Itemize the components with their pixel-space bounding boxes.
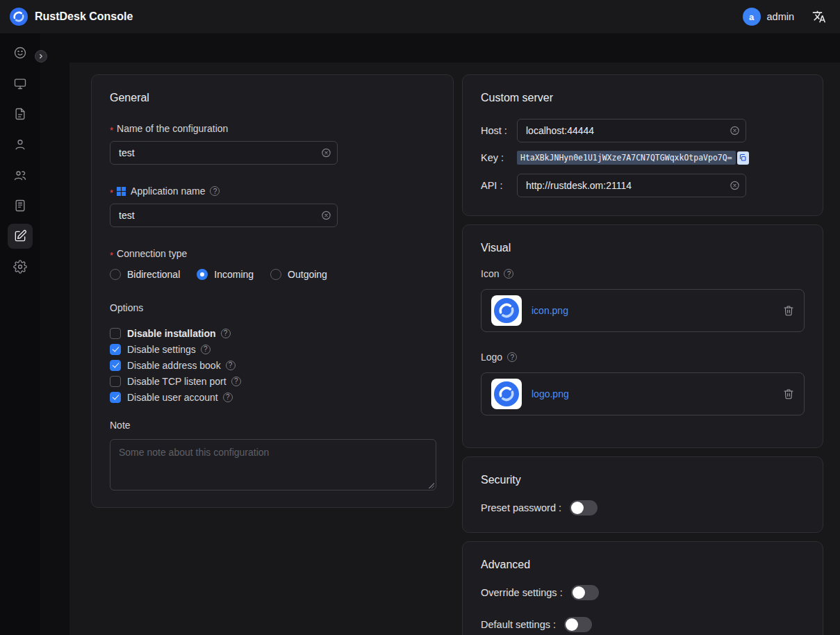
checkbox-disable-tcp-listen-port[interactable]: Disable TCP listen port	[110, 375, 435, 387]
sidebar-item-overview[interactable]	[8, 40, 33, 65]
visual-title: Visual	[481, 242, 805, 254]
help-icon[interactable]	[507, 352, 517, 362]
override-settings-label: Override settings :	[481, 587, 563, 598]
sidebar-item-settings[interactable]	[8, 254, 33, 279]
connection-label-text: Connection type	[117, 248, 187, 259]
sidebar-item-groups[interactable]	[8, 163, 33, 188]
app-title: RustDesk Console	[35, 10, 133, 23]
logo-thumbnail	[491, 379, 522, 409]
host-label: Host :	[481, 125, 517, 136]
help-icon[interactable]	[231, 377, 241, 386]
checkbox-disable-installation[interactable]: Disable installation	[110, 327, 435, 339]
sidebar-item-devices[interactable]	[8, 71, 33, 96]
host-row: Host :	[481, 119, 805, 142]
checkbox-label: Disable address book	[127, 360, 221, 371]
preset-password-label: Preset password :	[481, 502, 561, 513]
note-wrap	[110, 439, 436, 490]
logo-file-box: logo.png	[481, 372, 805, 415]
icon-label-text: Icon	[481, 268, 499, 279]
delete-icon-button[interactable]	[783, 305, 794, 316]
general-card: General Name of the configuration Applic…	[91, 74, 454, 508]
radio-label: Incoming	[214, 269, 254, 280]
checkbox-box	[110, 392, 121, 403]
right-column: Custom server Host : Key : HtaXBkJNHyn0e…	[462, 74, 823, 635]
key-row: Key : HtaXBkJNHyn0e1U1jWXze7A7CN7QTGWqxk…	[481, 151, 805, 165]
sidebar-item-sessions[interactable]	[8, 101, 33, 126]
radio-label: Bidirectional	[127, 269, 180, 280]
chevron-right-icon	[38, 53, 44, 60]
advanced-title: Advanced	[481, 559, 805, 571]
main-content: General Name of the configuration Applic…	[69, 63, 840, 635]
checkbox-label: Disable installation	[127, 328, 216, 339]
radio-outgoing[interactable]: Outgoing	[270, 269, 327, 280]
help-icon[interactable]	[504, 269, 513, 279]
checkbox-disable-address-book[interactable]: Disable address book	[110, 359, 435, 371]
monitor-icon	[13, 76, 27, 90]
logo-file-link[interactable]: logo.png	[532, 388, 569, 399]
sidebar-expand-button[interactable]	[35, 50, 47, 63]
custom-server-card: Custom server Host : Key : HtaXBkJNHyn0e…	[462, 74, 823, 216]
host-input-wrap	[517, 119, 746, 142]
api-row: API :	[481, 174, 805, 197]
sidebar-item-audit[interactable]	[8, 193, 33, 218]
user-avatar[interactable]: a	[743, 8, 761, 26]
sidebar-item-users[interactable]	[8, 132, 33, 157]
clear-app-name-icon[interactable]	[321, 211, 331, 221]
preset-password-toggle[interactable]	[570, 500, 598, 516]
clear-host-icon[interactable]	[730, 126, 740, 136]
resize-handle[interactable]	[428, 482, 434, 488]
radio-incoming[interactable]: Incoming	[197, 269, 254, 280]
checkbox-disable-user-account[interactable]: Disable user account	[110, 391, 435, 403]
clear-api-icon[interactable]	[730, 181, 740, 191]
checkbox-label: Disable user account	[127, 392, 218, 403]
api-input[interactable]	[517, 174, 746, 197]
note-textarea[interactable]	[110, 439, 436, 490]
sidebar-item-custom-client[interactable]	[8, 224, 33, 249]
icon-file-link[interactable]: icon.png	[532, 305, 568, 316]
required-asterisk	[110, 188, 113, 197]
note-label: Note	[110, 420, 435, 431]
trash-icon	[783, 388, 794, 399]
help-icon[interactable]	[221, 329, 231, 338]
checkbox-disable-settings[interactable]: Disable settings	[110, 343, 435, 355]
options-label: Options	[110, 302, 435, 313]
topbar-right: a admin	[743, 8, 827, 26]
copy-icon	[739, 154, 747, 162]
rustdesk-logo-icon	[10, 8, 28, 26]
trash-icon	[783, 305, 794, 316]
icon-file-box: icon.png	[481, 289, 805, 332]
file-icon	[13, 107, 27, 121]
advanced-card: Advanced Override settings : Default set…	[462, 541, 823, 635]
radio-bidirectional[interactable]: Bidirectional	[110, 269, 180, 280]
users-icon	[13, 168, 27, 182]
api-label: API :	[481, 180, 517, 191]
name-input[interactable]	[110, 141, 338, 165]
override-settings-toggle[interactable]	[571, 585, 599, 600]
checkbox-label: Disable TCP listen port	[127, 376, 227, 387]
help-icon[interactable]	[210, 186, 220, 196]
radio-label: Outgoing	[288, 269, 327, 280]
app-name-input[interactable]	[110, 204, 338, 227]
help-icon[interactable]	[201, 345, 211, 354]
delete-logo-button[interactable]	[783, 388, 794, 399]
edit-square-icon	[13, 229, 27, 243]
rustdesk-logo-icon	[494, 381, 519, 406]
translate-icon[interactable]	[812, 10, 826, 24]
radio-circle	[197, 269, 208, 280]
required-asterisk	[110, 126, 113, 135]
clear-name-icon[interactable]	[321, 148, 331, 158]
username[interactable]: admin	[767, 11, 795, 22]
default-settings-toggle[interactable]	[564, 617, 592, 632]
checkbox-box	[110, 344, 121, 355]
help-icon[interactable]	[223, 393, 233, 402]
host-input[interactable]	[517, 119, 746, 142]
icon-thumbnail	[491, 295, 522, 326]
help-icon[interactable]	[226, 361, 236, 370]
radio-circle	[270, 269, 281, 280]
name-label-text: Name of the configuration	[117, 123, 228, 134]
copy-key-button[interactable]	[737, 151, 749, 165]
custom-server-title: Custom server	[481, 92, 805, 104]
app-label-text: Application name	[131, 185, 205, 197]
key-value[interactable]: HtaXBkJNHyn0e1U1jWXze7A7CN7QTGWqxkOtpaVp…	[517, 151, 736, 165]
sidebar	[0, 33, 40, 635]
